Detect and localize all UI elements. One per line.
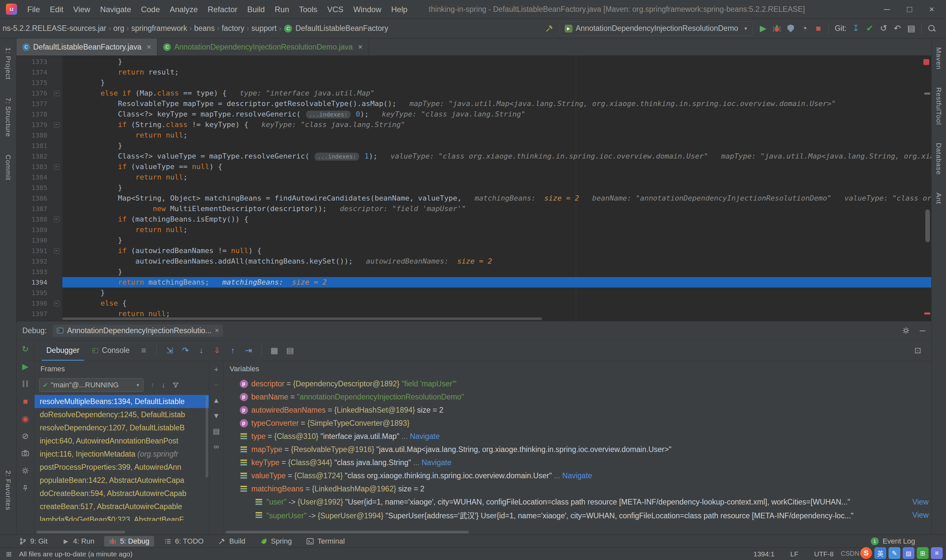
- editor-line-1375[interactable]: 1375 }: [17, 77, 931, 88]
- fold-icon[interactable]: −: [54, 301, 59, 306]
- toolwindow-button-4-run[interactable]: ▶4: Run: [57, 536, 99, 546]
- breadcrumb-item[interactable]: factory: [221, 24, 245, 33]
- frame-row[interactable]: doResolveDependency:1245, DefaultListab: [34, 408, 209, 421]
- menu-window[interactable]: Window: [348, 0, 386, 19]
- editor-line-1383[interactable]: 1383− if (valueType == null) {: [17, 162, 931, 172]
- variable-row[interactable]: keyType = {Class@344} "class java.lang.S…: [224, 456, 931, 469]
- editor-line-1387[interactable]: 1387 new MultiElementDescriptor(descript…: [17, 203, 931, 214]
- search-everywhere-button[interactable]: [925, 22, 939, 35]
- evaluate-expression-icon[interactable]: ▦: [268, 344, 280, 357]
- editor-line-1391[interactable]: 1391− if (autowiredBeanNames != null) {: [17, 246, 931, 256]
- step-over-icon[interactable]: ↷: [179, 344, 191, 357]
- editor-line-1394[interactable]: 1394 return matchingBeans; matchingBeans…: [17, 277, 931, 288]
- close-icon[interactable]: ×: [358, 42, 363, 52]
- previous-frame-icon[interactable]: ↑: [151, 381, 154, 389]
- editor-line-1385[interactable]: 1385 }: [17, 183, 931, 193]
- toolwindow-toggle-icon[interactable]: ⊞: [4, 550, 14, 558]
- tool-stripe-commit[interactable]: Commit: [4, 155, 12, 180]
- run-to-cursor-icon[interactable]: ⇥: [242, 344, 254, 357]
- toolwindow-button-terminal[interactable]: Terminal: [302, 536, 349, 546]
- hide-panel-icon[interactable]: ─: [920, 326, 925, 335]
- fold-icon[interactable]: −: [54, 164, 59, 170]
- close-icon[interactable]: ×: [146, 42, 151, 52]
- editor-vertical-scrollbar[interactable]: [921, 56, 931, 321]
- menu-view[interactable]: View: [68, 0, 95, 19]
- debug-button[interactable]: [770, 22, 784, 35]
- stripe-mark[interactable]: [924, 92, 930, 95]
- show-execution-point-icon[interactable]: ⇲: [163, 344, 176, 357]
- next-frame-icon[interactable]: ↓: [162, 381, 165, 389]
- ime-language-tile[interactable]: 英: [874, 547, 886, 559]
- editor-tab-2[interactable]: CAnnotationDependencyInjectionResolution…: [157, 38, 368, 55]
- tool-stripe-ant[interactable]: Ant: [935, 193, 943, 204]
- stop-icon[interactable]: ■: [20, 396, 30, 406]
- view-breakpoints-icon[interactable]: ◉: [20, 414, 30, 423]
- breadcrumb-item[interactable]: springframework: [131, 24, 188, 33]
- editor-line-1390[interactable]: 1390 }: [17, 235, 931, 246]
- fold-icon[interactable]: −: [54, 217, 59, 222]
- variable-row[interactable]: pbeanName = "annotationDependencyInjecti…: [224, 390, 931, 403]
- rerun-icon[interactable]: ↻: [20, 344, 30, 354]
- frame-row[interactable]: createBean:517, AbstractAutowireCapable: [34, 500, 209, 513]
- breadcrumb-item[interactable]: ns-5.2.2.RELEASE-sources.jar: [2, 24, 107, 33]
- editor-line-1379[interactable]: 1379− if (String.class != keyType) { key…: [17, 120, 931, 130]
- frame-row[interactable]: resolveDependency:1207, DefaultListableB: [34, 421, 209, 434]
- thread-select[interactable]: ✔ "main"@...RUNNING ▼: [39, 378, 143, 392]
- debug-session-tab[interactable]: AnnotationDependencyInjectionResolutio..…: [52, 325, 223, 337]
- force-step-into-icon[interactable]: ⇓: [211, 344, 223, 357]
- mute-breakpoints-icon[interactable]: ⊘: [20, 431, 30, 441]
- fold-icon[interactable]: −: [54, 122, 59, 128]
- toolwindow-button-9-git[interactable]: 9: Git: [14, 536, 52, 546]
- scrollbar-thumb[interactable]: [226, 531, 469, 534]
- navigate-link[interactable]: Navigate: [410, 432, 440, 440]
- variable-row[interactable]: pdescriptor = {DependencyDescriptor@1892…: [224, 377, 931, 390]
- tool-stripe-restfultool[interactable]: RestfulTool: [935, 87, 943, 125]
- menu-analyze[interactable]: Analyze: [165, 0, 203, 19]
- ime-pen-icon[interactable]: ✎: [889, 547, 900, 559]
- ime-menu-icon[interactable]: ≡: [931, 547, 943, 559]
- editor-line-1384[interactable]: 1384 return null;: [17, 172, 931, 183]
- editor-line-1376[interactable]: 1376− else if (Map.class == type) { type…: [17, 88, 931, 98]
- fold-icon[interactable]: −: [54, 248, 59, 254]
- editor-line-1392[interactable]: 1392 autowiredBeanNames.addAll(matchingB…: [17, 256, 931, 266]
- remove-watch-icon[interactable]: −: [212, 381, 221, 389]
- editor-line-1388[interactable]: 1388− if (matchingBeans.isEmpty()) {: [17, 214, 931, 225]
- editor-tab-1[interactable]: CDefaultListableBeanFactory.java×: [17, 38, 157, 55]
- caret-position-widget[interactable]: 1394:1: [753, 550, 775, 558]
- thread-dump-icon[interactable]: [20, 448, 30, 458]
- shelve-button[interactable]: ▤: [904, 22, 918, 35]
- maximize-button[interactable]: □: [907, 4, 912, 14]
- toolwindow-button-build[interactable]: Build: [214, 536, 250, 546]
- editor-line-1386[interactable]: 1386 Map<String, Object> matchingBeans =…: [17, 193, 931, 203]
- rollback-button[interactable]: ↶: [891, 22, 904, 35]
- tool-stripe-database[interactable]: Database: [935, 143, 943, 175]
- frame-row[interactable]: postProcessProperties:399, AutowiredAnn: [34, 460, 209, 474]
- scrollbar-thumb[interactable]: [62, 317, 542, 320]
- tool-stripe-7-structure[interactable]: 7: Structure: [4, 97, 12, 137]
- code-editor[interactable]: 1373 }1374 return result;1375 }1376− els…: [17, 56, 931, 321]
- editor-line-1396[interactable]: 1396− else {: [17, 298, 931, 309]
- filter-frames-icon[interactable]: [173, 382, 179, 388]
- fold-icon[interactable]: −: [54, 91, 59, 96]
- menu-vcs[interactable]: VCS: [322, 0, 348, 19]
- step-into-icon[interactable]: ↓: [195, 344, 207, 357]
- menu-help[interactable]: Help: [386, 0, 412, 19]
- settings-gear-icon[interactable]: [20, 466, 30, 475]
- pin-icon[interactable]: [20, 483, 30, 493]
- frame-row[interactable]: populateBean:1422, AbstractAutowireCapa: [34, 474, 209, 487]
- editor-line-1377[interactable]: 1377 ResolvableType mapType = descriptor…: [17, 98, 931, 109]
- toolwindow-button-6-todo[interactable]: 6: TODO: [159, 536, 208, 546]
- variable-row[interactable]: type = {Class@310} "interface java.util.…: [224, 430, 931, 443]
- frame-row[interactable]: resolveMultipleBeans:1394, DefaultListab…: [34, 395, 209, 408]
- menu-run[interactable]: Run: [270, 0, 294, 19]
- close-button[interactable]: ×: [929, 4, 934, 14]
- resume-icon[interactable]: ▶: [20, 362, 30, 371]
- editor-line-1380[interactable]: 1380 return null;: [17, 130, 931, 140]
- view-link[interactable]: View: [904, 495, 929, 508]
- variable-row[interactable]: mapType = {ResolvableType@1916} "java.ut…: [224, 443, 931, 456]
- variable-row[interactable]: matchingBeans = {LinkedHashMap@1962} siz…: [224, 482, 931, 495]
- editor-line-1382[interactable]: 1382 Class<?> valueType = mapType.resolv…: [17, 151, 931, 162]
- editor-horizontal-scrollbar[interactable]: [62, 317, 921, 321]
- menu-tools[interactable]: Tools: [294, 0, 322, 19]
- view-link[interactable]: View: [904, 508, 929, 522]
